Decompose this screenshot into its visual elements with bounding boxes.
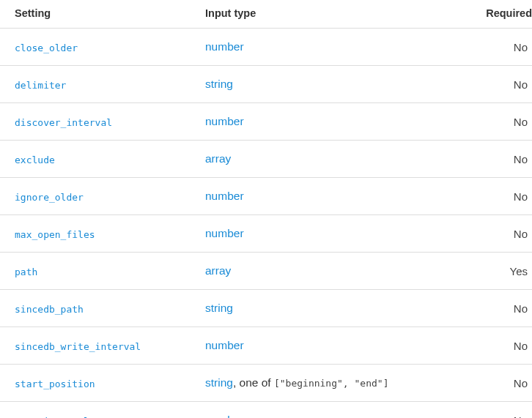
cell-input-type: number — [205, 327, 484, 365]
cell-input-type: string — [205, 290, 484, 327]
type-extra-text: , one of — [233, 376, 274, 389]
setting-link[interactable]: ignore_older — [15, 192, 84, 203]
type-link[interactable]: string — [205, 376, 233, 389]
header-input-type: Input type — [205, 0, 484, 29]
cell-setting: ignore_older — [0, 178, 205, 215]
cell-setting: exclude — [0, 141, 205, 178]
cell-setting: close_older — [0, 29, 205, 66]
cell-required: No — [484, 103, 532, 141]
cell-input-type: number — [205, 215, 484, 253]
cell-input-type: number — [205, 103, 484, 141]
setting-link[interactable]: path — [15, 266, 37, 277]
table-row: patharrayYes — [0, 253, 532, 290]
type-link[interactable]: number — [205, 40, 244, 53]
type-link[interactable]: string — [205, 78, 233, 90]
cell-setting: delimiter — [0, 66, 205, 103]
setting-link[interactable]: delimiter — [15, 80, 66, 91]
type-code: ["beginning", "end"] — [274, 378, 389, 389]
setting-link[interactable]: max_open_files — [15, 229, 95, 240]
cell-input-type: string, one of ["beginning", "end"] — [205, 365, 484, 402]
type-link[interactable]: number — [205, 339, 244, 351]
settings-table: Setting Input type Required close_oldern… — [0, 0, 532, 418]
setting-link[interactable]: close_older — [15, 42, 78, 53]
setting-link[interactable]: start_position — [15, 378, 95, 389]
cell-required: No — [484, 215, 532, 253]
cell-required: No — [484, 29, 532, 66]
table-row: sincedb_write_intervalnumberNo — [0, 327, 532, 365]
cell-required: No — [484, 365, 532, 402]
type-link[interactable]: array — [205, 152, 231, 165]
table-row: ignore_oldernumberNo — [0, 178, 532, 215]
cell-setting: path — [0, 253, 205, 290]
cell-setting: stat_interval — [0, 402, 205, 419]
header-required: Required — [484, 0, 532, 29]
setting-link[interactable]: sincedb_write_interval — [15, 341, 141, 352]
cell-required: No — [484, 66, 532, 103]
cell-required: No — [484, 290, 532, 327]
table-row: start_positionstring, one of ["beginning… — [0, 365, 532, 402]
type-link[interactable]: string — [205, 302, 233, 314]
cell-required: No — [484, 402, 532, 419]
cell-required: No — [484, 178, 532, 215]
table-row: stat_intervalnumberNo — [0, 402, 532, 419]
cell-setting: max_open_files — [0, 215, 205, 253]
type-link[interactable]: number — [205, 115, 244, 127]
setting-link[interactable]: exclude — [15, 154, 55, 165]
type-link[interactable]: number — [205, 414, 244, 418]
type-link[interactable]: array — [205, 264, 231, 277]
cell-input-type: number — [205, 29, 484, 66]
cell-input-type: number — [205, 402, 484, 419]
type-link[interactable]: number — [205, 190, 244, 202]
table-row: delimiterstringNo — [0, 66, 532, 103]
cell-input-type: string — [205, 66, 484, 103]
setting-link[interactable]: discover_interval — [15, 117, 112, 128]
table-row: excludearrayNo — [0, 141, 532, 178]
setting-link[interactable]: stat_interval — [15, 416, 89, 419]
cell-setting: sincedb_path — [0, 290, 205, 327]
cell-setting: discover_interval — [0, 103, 205, 141]
cell-required: Yes — [484, 253, 532, 290]
header-setting: Setting — [0, 0, 205, 29]
setting-link[interactable]: sincedb_path — [15, 304, 84, 315]
cell-setting: start_position — [0, 365, 205, 402]
cell-required: No — [484, 141, 532, 178]
cell-setting: sincedb_write_interval — [0, 327, 205, 365]
cell-input-type: number — [205, 178, 484, 215]
table-header-row: Setting Input type Required — [0, 0, 532, 29]
table-row: max_open_filesnumberNo — [0, 215, 532, 253]
table-row: close_oldernumberNo — [0, 29, 532, 66]
cell-input-type: array — [205, 141, 484, 178]
table-row: sincedb_pathstringNo — [0, 290, 532, 327]
cell-required: No — [484, 327, 532, 365]
table-row: discover_intervalnumberNo — [0, 103, 532, 141]
type-link[interactable]: number — [205, 227, 244, 239]
cell-input-type: array — [205, 253, 484, 290]
